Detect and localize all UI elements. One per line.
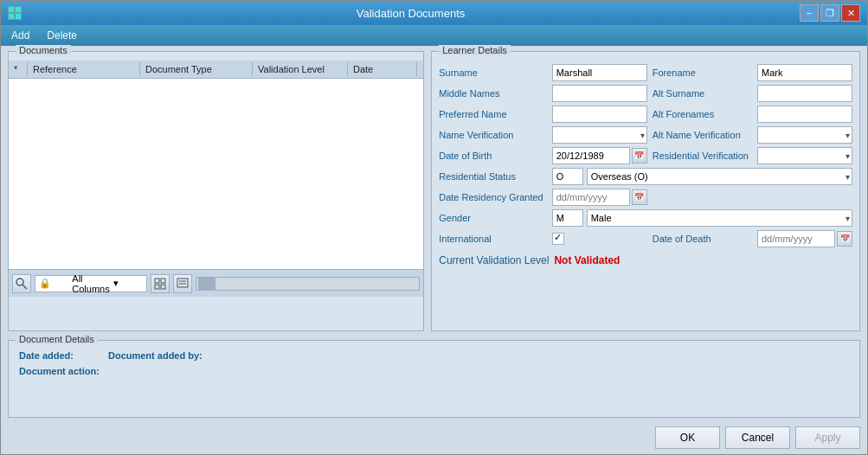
lock-icon: 🔒 <box>39 278 68 289</box>
restore-button[interactable]: ❐ <box>820 4 839 22</box>
columns-dropdown-label: All Columns <box>72 273 109 294</box>
apply-button[interactable]: Apply <box>795 426 860 449</box>
gender-select[interactable]: Male Female <box>587 209 852 227</box>
cancel-button[interactable]: Cancel <box>725 426 790 449</box>
residential-status-select[interactable]: Overseas (O) <box>587 168 852 185</box>
residential-status-row: Overseas (O) <box>552 168 852 185</box>
title-bar: Validation Documents − ❐ ✕ <box>1 1 867 25</box>
current-validation-label: Current Validation Level <box>439 254 549 266</box>
learner-legend: Learner Details <box>439 45 511 55</box>
scroll-thumb <box>198 278 215 290</box>
svg-rect-6 <box>155 279 159 283</box>
left-panel: Documents * Reference Document Type Vali… <box>8 51 424 331</box>
columns-dropdown[interactable]: 🔒 All Columns ▾ <box>35 275 147 292</box>
preferred-name-input[interactable] <box>552 106 647 123</box>
residential-status-code[interactable] <box>552 168 583 185</box>
scroll-track[interactable] <box>196 277 420 291</box>
dropdown-arrow: ▾ <box>113 278 143 289</box>
learner-form: Surname Forename Middle Names Alt Surnam… <box>439 64 852 247</box>
toolbar-search-btn[interactable] <box>12 274 31 293</box>
residential-verification-label: Residential Verification <box>653 151 752 161</box>
name-verification-select[interactable] <box>552 126 647 144</box>
alt-forenames-label: Alt Forenames <box>653 109 752 119</box>
toolbar-grid-btn[interactable] <box>151 274 170 293</box>
documents-table-body[interactable] <box>9 79 423 269</box>
menu-add[interactable]: Add <box>8 29 33 42</box>
menu-delete[interactable]: Delete <box>43 29 80 42</box>
residential-status-select-wrapper: Overseas (O) <box>587 168 852 185</box>
residential-verification-wrapper <box>757 147 852 164</box>
middle-names-input[interactable] <box>552 85 647 102</box>
name-verification-label: Name Verification <box>439 130 546 140</box>
svg-rect-10 <box>177 279 188 287</box>
doc-detail-row-2: Document action: <box>19 365 849 377</box>
date-residency-calendar-btn[interactable]: 📅 <box>632 189 647 205</box>
svg-rect-9 <box>161 285 165 289</box>
svg-rect-1 <box>16 7 21 12</box>
international-checkbox[interactable] <box>552 233 564 245</box>
toolbar-export-btn[interactable] <box>173 274 192 293</box>
date-of-death-input[interactable] <box>757 230 835 247</box>
gender-select-wrapper: Male Female <box>587 209 852 227</box>
gender-code[interactable] <box>552 209 583 227</box>
surname-label: Surname <box>439 67 546 78</box>
svg-rect-0 <box>9 7 14 12</box>
document-added-by-field: Document added by: <box>108 349 203 362</box>
date-residency-label: Date Residency Granted <box>439 192 546 202</box>
documents-legend: Documents <box>16 45 71 55</box>
dob-calendar-btn[interactable]: 📅 <box>632 148 647 163</box>
menu-bar: Add Delete <box>1 25 867 46</box>
app-icon <box>8 6 22 20</box>
middle-names-label: Middle Names <box>439 88 546 99</box>
date-residency-input[interactable] <box>552 189 630 206</box>
search-icon <box>16 278 28 290</box>
alt-surname-label: Alt Surname <box>653 88 752 99</box>
col-header-doctype: Document Type <box>140 62 253 76</box>
button-row: OK Cancel Apply <box>1 421 867 454</box>
date-added-label: Date added: <box>19 350 74 361</box>
document-added-by-label: Document added by: <box>108 350 203 361</box>
residential-status-label: Residential Status <box>439 171 546 182</box>
export-icon <box>177 278 189 290</box>
svg-point-4 <box>16 279 23 285</box>
surname-input[interactable] <box>552 64 647 81</box>
close-button[interactable]: ✕ <box>841 4 860 22</box>
documents-toolbar: 🔒 All Columns ▾ <box>9 269 423 297</box>
name-verification-wrapper <box>552 126 647 144</box>
gender-row: Male Female <box>552 209 852 227</box>
doc-detail-row-1: Date added: Document added by: <box>19 349 849 362</box>
date-of-death-calendar-btn[interactable]: 📅 <box>837 231 852 247</box>
current-validation-value: Not Validated <box>554 254 620 266</box>
alt-surname-input[interactable] <box>757 85 852 102</box>
svg-rect-3 <box>16 14 21 19</box>
svg-line-5 <box>23 285 27 289</box>
alt-name-verification-select[interactable] <box>757 126 852 144</box>
current-validation-row: Current Validation Level Not Validated <box>439 254 852 266</box>
residential-verification-select[interactable] <box>757 147 852 164</box>
svg-rect-2 <box>9 14 14 19</box>
document-action-label: Document action: <box>19 366 100 376</box>
alt-forenames-input[interactable] <box>757 106 852 123</box>
ok-button[interactable]: OK <box>655 426 720 449</box>
date-added-field: Date added: <box>19 349 74 362</box>
date-residency-wrapper: 📅 <box>552 189 647 206</box>
preferred-name-label: Preferred Name <box>439 109 546 119</box>
international-wrapper <box>552 233 647 245</box>
window-controls: − ❐ ✕ <box>800 4 860 22</box>
col-header-star: * <box>9 62 28 76</box>
col-header-reference: Reference <box>28 62 140 76</box>
content-area: Documents * Reference Document Type Vali… <box>1 46 867 336</box>
svg-rect-8 <box>155 285 159 289</box>
col-header-date: Date <box>348 62 417 76</box>
dob-label: Date of Birth <box>439 151 546 161</box>
alt-name-verification-wrapper <box>757 126 852 144</box>
main-window: Validation Documents − ❐ ✕ Add Delete Do… <box>0 0 868 455</box>
dob-input[interactable] <box>552 147 630 164</box>
alt-name-verification-label: Alt Name Verification <box>653 130 752 140</box>
date-of-death-label: Date of Death <box>653 234 752 244</box>
minimize-button[interactable]: − <box>800 4 819 22</box>
dob-wrapper: 📅 <box>552 147 647 164</box>
date-of-death-wrapper: 📅 <box>757 230 852 247</box>
forename-label: Forename <box>653 67 752 78</box>
forename-input[interactable] <box>757 64 852 81</box>
